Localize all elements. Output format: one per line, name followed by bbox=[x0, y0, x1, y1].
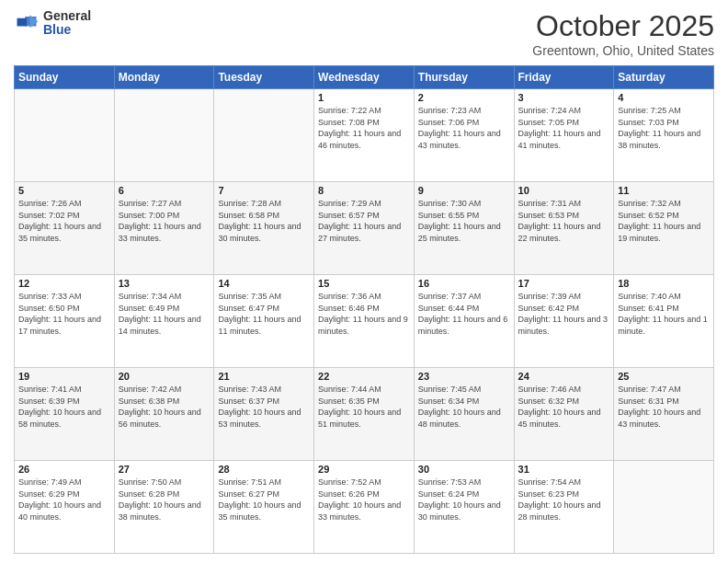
day-info: Sunrise: 7:47 AM Sunset: 6:31 PM Dayligh… bbox=[618, 384, 710, 430]
day-header-friday: Friday bbox=[514, 66, 614, 89]
day-info: Sunrise: 7:22 AM Sunset: 7:08 PM Dayligh… bbox=[318, 105, 410, 151]
logo-text: General Blue bbox=[43, 9, 91, 38]
day-number: 13 bbox=[119, 278, 210, 289]
day-number: 25 bbox=[618, 371, 710, 382]
day-number: 23 bbox=[418, 371, 510, 382]
day-number: 20 bbox=[119, 371, 210, 382]
logo-general-text: General bbox=[43, 9, 91, 23]
day-info: Sunrise: 7:43 AM Sunset: 6:37 PM Dayligh… bbox=[218, 384, 310, 430]
calendar-cell bbox=[15, 89, 115, 182]
day-number: 19 bbox=[18, 371, 110, 382]
day-info: Sunrise: 7:44 AM Sunset: 6:35 PM Dayligh… bbox=[318, 384, 410, 430]
header: General Blue October 2025 Greentown, Ohi… bbox=[14, 9, 714, 58]
calendar-cell: 12Sunrise: 7:33 AM Sunset: 6:50 PM Dayli… bbox=[15, 275, 115, 368]
calendar-cell: 27Sunrise: 7:50 AM Sunset: 6:28 PM Dayli… bbox=[114, 461, 214, 554]
calendar-week-4: 26Sunrise: 7:49 AM Sunset: 6:29 PM Dayli… bbox=[15, 461, 714, 554]
calendar-cell: 23Sunrise: 7:45 AM Sunset: 6:34 PM Dayli… bbox=[414, 368, 514, 461]
calendar-cell: 7Sunrise: 7:28 AM Sunset: 6:58 PM Daylig… bbox=[214, 182, 314, 275]
calendar-cell: 14Sunrise: 7:35 AM Sunset: 6:47 PM Dayli… bbox=[214, 275, 314, 368]
day-number: 2 bbox=[418, 92, 510, 103]
day-number: 12 bbox=[18, 278, 110, 289]
day-number: 6 bbox=[119, 185, 210, 196]
calendar-cell: 10Sunrise: 7:31 AM Sunset: 6:53 PM Dayli… bbox=[514, 182, 614, 275]
calendar-cell: 8Sunrise: 7:29 AM Sunset: 6:57 PM Daylig… bbox=[314, 182, 415, 275]
month-title: October 2025 bbox=[532, 9, 714, 43]
calendar-cell: 24Sunrise: 7:46 AM Sunset: 6:32 PM Dayli… bbox=[514, 368, 614, 461]
page: General Blue October 2025 Greentown, Ohi… bbox=[0, 0, 728, 563]
day-header-sunday: Sunday bbox=[15, 66, 115, 89]
calendar-cell bbox=[214, 89, 314, 182]
day-info: Sunrise: 7:33 AM Sunset: 6:50 PM Dayligh… bbox=[18, 291, 110, 337]
calendar-cell: 2Sunrise: 7:23 AM Sunset: 7:06 PM Daylig… bbox=[414, 89, 514, 182]
day-number: 21 bbox=[218, 371, 310, 382]
calendar-cell bbox=[614, 461, 714, 554]
calendar-week-3: 19Sunrise: 7:41 AM Sunset: 6:39 PM Dayli… bbox=[15, 368, 714, 461]
day-number: 18 bbox=[618, 278, 710, 289]
day-info: Sunrise: 7:54 AM Sunset: 6:23 PM Dayligh… bbox=[518, 477, 610, 523]
calendar-cell: 30Sunrise: 7:53 AM Sunset: 6:24 PM Dayli… bbox=[414, 461, 514, 554]
calendar-cell: 15Sunrise: 7:36 AM Sunset: 6:46 PM Dayli… bbox=[314, 275, 415, 368]
day-info: Sunrise: 7:50 AM Sunset: 6:28 PM Dayligh… bbox=[119, 477, 210, 523]
calendar-cell: 1Sunrise: 7:22 AM Sunset: 7:08 PM Daylig… bbox=[314, 89, 415, 182]
day-info: Sunrise: 7:53 AM Sunset: 6:24 PM Dayligh… bbox=[418, 477, 510, 523]
day-number: 10 bbox=[518, 185, 610, 196]
day-number: 1 bbox=[318, 92, 410, 103]
day-info: Sunrise: 7:42 AM Sunset: 6:38 PM Dayligh… bbox=[119, 384, 210, 430]
day-info: Sunrise: 7:45 AM Sunset: 6:34 PM Dayligh… bbox=[418, 384, 510, 430]
calendar-cell: 22Sunrise: 7:44 AM Sunset: 6:35 PM Dayli… bbox=[314, 368, 415, 461]
day-info: Sunrise: 7:36 AM Sunset: 6:46 PM Dayligh… bbox=[318, 291, 410, 337]
logo: General Blue bbox=[14, 9, 91, 38]
calendar-week-2: 12Sunrise: 7:33 AM Sunset: 6:50 PM Dayli… bbox=[15, 275, 714, 368]
day-info: Sunrise: 7:26 AM Sunset: 7:02 PM Dayligh… bbox=[18, 198, 110, 244]
calendar-week-0: 1Sunrise: 7:22 AM Sunset: 7:08 PM Daylig… bbox=[15, 89, 714, 182]
day-header-saturday: Saturday bbox=[614, 66, 714, 89]
day-number: 31 bbox=[518, 464, 610, 475]
calendar-cell: 11Sunrise: 7:32 AM Sunset: 6:52 PM Dayli… bbox=[614, 182, 714, 275]
calendar-cell: 29Sunrise: 7:52 AM Sunset: 6:26 PM Dayli… bbox=[314, 461, 415, 554]
day-number: 11 bbox=[618, 185, 710, 196]
calendar-cell: 6Sunrise: 7:27 AM Sunset: 7:00 PM Daylig… bbox=[114, 182, 214, 275]
day-info: Sunrise: 7:39 AM Sunset: 6:42 PM Dayligh… bbox=[518, 291, 610, 337]
day-info: Sunrise: 7:29 AM Sunset: 6:57 PM Dayligh… bbox=[318, 198, 410, 244]
day-number: 15 bbox=[318, 278, 410, 289]
day-number: 27 bbox=[119, 464, 210, 475]
day-info: Sunrise: 7:37 AM Sunset: 6:44 PM Dayligh… bbox=[418, 291, 510, 337]
day-info: Sunrise: 7:46 AM Sunset: 6:32 PM Dayligh… bbox=[518, 384, 610, 430]
day-info: Sunrise: 7:32 AM Sunset: 6:52 PM Dayligh… bbox=[618, 198, 710, 244]
day-number: 28 bbox=[218, 464, 310, 475]
logo-blue-text: Blue bbox=[43, 23, 91, 37]
day-number: 17 bbox=[518, 278, 610, 289]
day-number: 3 bbox=[518, 92, 610, 103]
day-number: 7 bbox=[218, 185, 310, 196]
day-info: Sunrise: 7:27 AM Sunset: 7:00 PM Dayligh… bbox=[119, 198, 210, 244]
svg-rect-2 bbox=[17, 18, 28, 27]
logo-icon bbox=[14, 10, 40, 36]
location-text: Greentown, Ohio, United States bbox=[532, 43, 714, 58]
day-number: 5 bbox=[18, 185, 110, 196]
calendar-cell: 28Sunrise: 7:51 AM Sunset: 6:27 PM Dayli… bbox=[214, 461, 314, 554]
day-info: Sunrise: 7:49 AM Sunset: 6:29 PM Dayligh… bbox=[18, 477, 110, 523]
day-header-tuesday: Tuesday bbox=[214, 66, 314, 89]
day-info: Sunrise: 7:25 AM Sunset: 7:03 PM Dayligh… bbox=[618, 105, 710, 151]
day-info: Sunrise: 7:34 AM Sunset: 6:49 PM Dayligh… bbox=[119, 291, 210, 337]
day-number: 9 bbox=[418, 185, 510, 196]
day-info: Sunrise: 7:52 AM Sunset: 6:26 PM Dayligh… bbox=[318, 477, 410, 523]
day-number: 4 bbox=[618, 92, 710, 103]
calendar-cell bbox=[114, 89, 214, 182]
day-header-thursday: Thursday bbox=[414, 66, 514, 89]
title-block: October 2025 Greentown, Ohio, United Sta… bbox=[532, 9, 714, 58]
calendar-cell: 17Sunrise: 7:39 AM Sunset: 6:42 PM Dayli… bbox=[514, 275, 614, 368]
day-info: Sunrise: 7:41 AM Sunset: 6:39 PM Dayligh… bbox=[18, 384, 110, 430]
calendar-cell: 9Sunrise: 7:30 AM Sunset: 6:55 PM Daylig… bbox=[414, 182, 514, 275]
day-info: Sunrise: 7:24 AM Sunset: 7:05 PM Dayligh… bbox=[518, 105, 610, 151]
day-number: 29 bbox=[318, 464, 410, 475]
calendar-cell: 25Sunrise: 7:47 AM Sunset: 6:31 PM Dayli… bbox=[614, 368, 714, 461]
day-info: Sunrise: 7:31 AM Sunset: 6:53 PM Dayligh… bbox=[518, 198, 610, 244]
day-info: Sunrise: 7:28 AM Sunset: 6:58 PM Dayligh… bbox=[218, 198, 310, 244]
day-info: Sunrise: 7:51 AM Sunset: 6:27 PM Dayligh… bbox=[218, 477, 310, 523]
day-header-monday: Monday bbox=[114, 66, 214, 89]
day-header-wednesday: Wednesday bbox=[314, 66, 415, 89]
day-info: Sunrise: 7:30 AM Sunset: 6:55 PM Dayligh… bbox=[418, 198, 510, 244]
calendar-cell: 5Sunrise: 7:26 AM Sunset: 7:02 PM Daylig… bbox=[15, 182, 115, 275]
calendar-cell: 16Sunrise: 7:37 AM Sunset: 6:44 PM Dayli… bbox=[414, 275, 514, 368]
